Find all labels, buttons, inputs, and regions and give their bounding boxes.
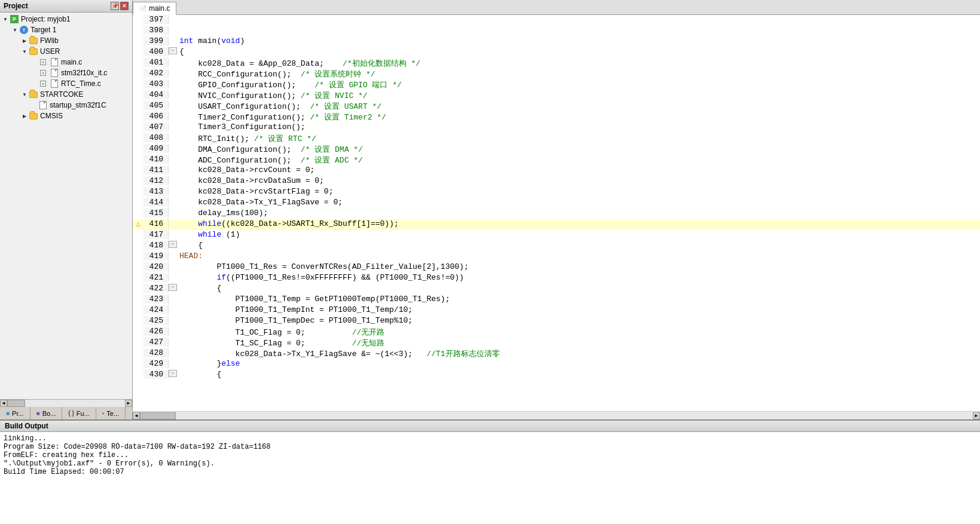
linecode-415: delay_1ms(100);: [177, 209, 980, 217]
linenum-429: 429: [144, 359, 169, 368]
tree-fwlib[interactable]: ▶ FWlib: [0, 35, 132, 46]
tree-project-root[interactable]: ▼ P Project: myjob1: [0, 14, 132, 24]
linenum-416: 416: [144, 219, 169, 228]
scroll-code-thumb[interactable]: [140, 412, 176, 419]
scroll-left-arrow[interactable]: ◀: [0, 400, 7, 407]
linenum-415: 415: [144, 209, 169, 217]
linenum-427: 427: [144, 338, 169, 347]
linenum-414: 414: [144, 198, 169, 207]
scroll-code-right[interactable]: ▶: [973, 412, 980, 419]
templates-tab-icon: ▪: [102, 410, 105, 416]
file-icon-rtc: [50, 79, 59, 88]
scroll-code-track[interactable]: [140, 412, 973, 419]
collapse-400[interactable]: −: [169, 47, 177, 54]
linecode-424: PT1000_T1_TempInt = PT1000_T1_Temp/10;: [177, 305, 980, 314]
tree-arrow-cmsis: ▶: [22, 113, 28, 119]
code-line-428: 428 kc028_Data->Tx_Y1_FlagSave &= ~(1<<3…: [133, 348, 980, 359]
scroll-track[interactable]: [7, 400, 125, 407]
tab-functions[interactable]: { } Fu...: [62, 407, 96, 419]
collapse-422[interactable]: −: [169, 284, 177, 291]
linecode-428: kc028_Data->Tx_Y1_FlagSave &= ~(1<<3); /…: [177, 348, 980, 359]
code-line-425: 425 PT1000_T1_TempDec = PT1000_T1_Temp%1…: [133, 316, 980, 327]
tab-main-c[interactable]: 📄 main.c: [133, 2, 176, 15]
build-output-panel: Build Output linking... Program Size: Co…: [0, 419, 980, 524]
close-button[interactable]: ✕: [120, 2, 129, 10]
collapse-418[interactable]: −: [169, 241, 177, 248]
code-line-418: 418 − {: [133, 241, 980, 252]
tree-startcoke[interactable]: ▼ STARTCOKE: [0, 89, 132, 100]
tree-arrow-user: ▼: [22, 48, 28, 54]
project-header-icons: 📌 ✕: [111, 2, 129, 10]
code-content[interactable]: 397 398 399: [133, 15, 980, 411]
project-scrollbar[interactable]: ◀ ▶: [0, 399, 132, 406]
linenum-413: 413: [144, 187, 169, 196]
build-line-4: ".\Output\myjob1.axf" - 0 Error(s), 0 Wa…: [4, 459, 976, 468]
tree-main-c[interactable]: + main.c: [0, 57, 132, 68]
tree-target1[interactable]: ▼ T Target 1: [0, 24, 132, 35]
code-line-408: 408 RTC_Init(); /* 设置 RTC */: [133, 133, 980, 144]
pin-button[interactable]: 📌: [111, 2, 119, 10]
tab-templates[interactable]: ▪ Te...: [96, 407, 126, 419]
file-tab-icon: 📄: [139, 5, 146, 12]
tab-books[interactable]: ■ Bo...: [30, 407, 63, 419]
tree-label-fwlib: FWlib: [40, 36, 59, 45]
linecode-414: kc028_Data->Tx_Y1_FlagSave = 0;: [177, 198, 980, 207]
linecode-418: {: [177, 241, 980, 250]
scroll-thumb[interactable]: [7, 400, 25, 407]
linecode-425: PT1000_T1_TempDec = PT1000_T1_Temp%10;: [177, 316, 980, 325]
tree-stm32-it[interactable]: + stm32f10x_it.c: [0, 68, 132, 78]
linenum-406: 406: [144, 112, 169, 121]
build-output-header: Build Output: [0, 421, 980, 432]
linecode-423: PT1000_T1_Temp = GetPT1000Temp(PT1000_T1…: [177, 295, 980, 304]
code-line-411: 411 kc028_Data->rcvCount = 0;: [133, 166, 980, 176]
project-header: Project 📌 ✕: [0, 0, 132, 13]
tree-rtc-time[interactable]: + RTC_Time.c: [0, 78, 132, 89]
code-line-413: 413 kc028_Data->rcvStartFlag = 0;: [133, 187, 980, 198]
scroll-right-arrow[interactable]: ▶: [125, 400, 132, 407]
code-line-407: 407 Timer3_Configuration();: [133, 122, 980, 133]
file-icon-startup: [38, 100, 48, 110]
linecode-429: }else: [177, 359, 980, 368]
build-line-5: Build Time Elapsed: 00:00:07: [4, 468, 976, 476]
code-horizontal-scrollbar[interactable]: ◀ ▶: [133, 411, 980, 419]
build-output-content[interactable]: linking... Program Size: Code=20908 RO-d…: [0, 432, 980, 524]
tree-label-rtc: RTC_Time.c: [61, 79, 101, 88]
linenum-428: 428: [144, 348, 169, 357]
file-icon-mainc: [50, 57, 59, 67]
code-line-430: 430 − {: [133, 370, 980, 381]
functions-tab-icon: { }: [68, 410, 74, 416]
tree-label-startup: startup_stm32f1C: [50, 101, 106, 109]
code-line-405: 405 USART_Configuration(); /* 设置 USART *…: [133, 101, 980, 112]
books-tab-icon: ■: [36, 410, 40, 416]
linecode-427: T1_SC_Flag = 0; //无短路: [177, 338, 980, 348]
tree-startup[interactable]: startup_stm32f1C: [0, 100, 132, 111]
linenum-417: 417: [144, 230, 169, 239]
code-line-426: 426 T1_OC_Flag = 0; //无开路: [133, 327, 980, 338]
scroll-code-left[interactable]: ◀: [133, 412, 140, 419]
tree-label-mainc: main.c: [61, 58, 82, 66]
linecode-413: kc028_Data->rcvStartFlag = 0;: [177, 187, 980, 196]
code-line-402: 402 RCC_Configuration(); /* 设置系统时钟 */: [133, 69, 980, 79]
build-line-2: Program Size: Code=20908 RO-data=7100 RW…: [4, 443, 976, 451]
linecode-402: RCC_Configuration(); /* 设置系统时钟 */: [177, 69, 980, 79]
linecode-404: NVIC_Configuration(); /* 设置 NVIC */: [177, 90, 980, 101]
linenum-425: 425: [144, 316, 169, 325]
code-line-406: 406 Timer2_Configuration(); /* 设置 Timer2…: [133, 112, 980, 122]
tree-cmsis[interactable]: ▶ CMSIS: [0, 111, 132, 121]
project-icon: P: [10, 14, 19, 24]
code-line-429: 429 }else: [133, 359, 980, 370]
linenum-423: 423: [144, 295, 169, 304]
code-line-420: 420 PT1000_T1_Res = ConverNTCRes(AD_Filt…: [133, 262, 980, 273]
code-line-399: 399 int main(void): [133, 36, 980, 47]
linecode-406: Timer2_Configuration(); /* 设置 Timer2 */: [177, 112, 980, 122]
linenum-426: 426: [144, 327, 169, 336]
folder-icon-cmsis: [29, 111, 38, 121]
tree-arrow-fwlib: ▶: [22, 38, 28, 44]
linecode-407: Timer3_Configuration();: [177, 122, 980, 131]
linecode-412: kc028_Data->rcvDataSum = 0;: [177, 176, 980, 185]
collapse-430[interactable]: −: [169, 370, 177, 377]
linecode-422: {: [177, 284, 980, 293]
tab-project[interactable]: ■ Pr...: [0, 407, 30, 419]
tree-user[interactable]: ▼ USER: [0, 46, 132, 57]
target-icon: T: [19, 25, 29, 35]
